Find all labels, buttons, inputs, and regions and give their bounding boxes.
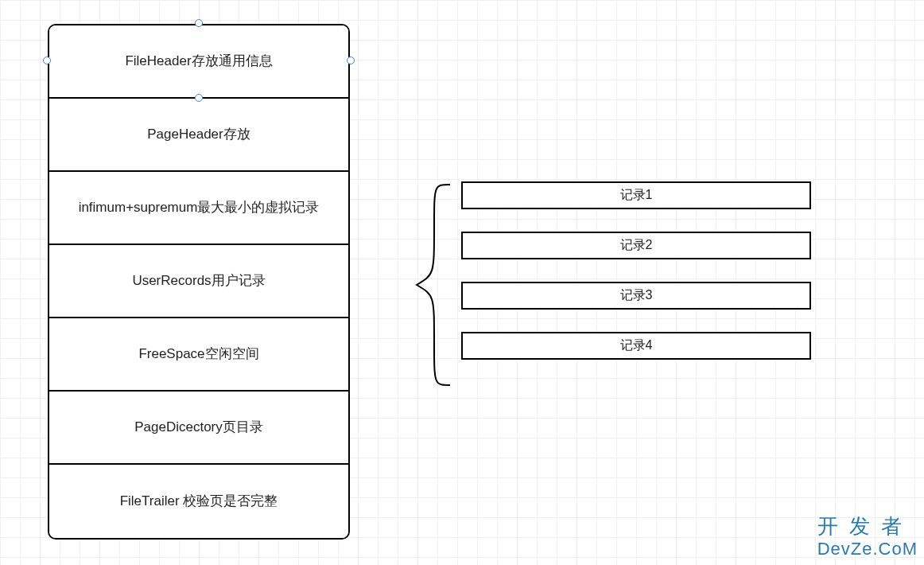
watermark: 开发者 DevZe.CoM	[817, 515, 918, 559]
stack-row-pagedirectory[interactable]: PageDicectory页目录	[49, 392, 348, 465]
stack-row-infimum-supremum[interactable]: infimum+supremum最大最小的虚拟记录	[49, 172, 348, 245]
stack-label: FileTrailer 校验页是否完整	[120, 491, 278, 512]
stack-label: UserRecords用户记录	[132, 271, 265, 291]
selection-handle-bottom[interactable]	[195, 94, 203, 102]
stack-label: infimum+supremum最大最小的虚拟记录	[79, 197, 320, 218]
record-label: 记录3	[620, 287, 653, 304]
selection-handle-right[interactable]	[347, 56, 355, 64]
stack-row-freespace[interactable]: FreeSpace空闲空间	[49, 318, 348, 392]
stack-label: FileHeader存放通用信息	[125, 51, 272, 72]
selection-handle-top[interactable]	[195, 19, 203, 27]
selection-handle-left[interactable]	[43, 56, 51, 64]
record-row-3[interactable]: 记录3	[461, 282, 811, 310]
stack-row-pageheader[interactable]: PageHeader存放	[49, 99, 348, 172]
stack-row-filetrailer[interactable]: FileTrailer 校验页是否完整	[49, 465, 348, 538]
record-label: 记录1	[620, 187, 653, 204]
diagram-canvas: FileHeader存放通用信息 PageHeader存放 infimum+su…	[0, 0, 924, 565]
watermark-line1: 开发者	[817, 515, 918, 539]
record-row-4[interactable]: 记录4	[461, 332, 811, 360]
record-row-2[interactable]: 记录2	[461, 232, 811, 259]
records-list: 记录1 记录2 记录3 记录4	[461, 181, 811, 360]
record-label: 记录2	[620, 237, 653, 254]
stack-label: FreeSpace空闲空间	[138, 344, 258, 364]
stack-row-userrecords[interactable]: UserRecords用户记录	[49, 245, 348, 318]
record-label: 记录4	[620, 337, 653, 354]
stack-label: PageDicectory页目录	[134, 417, 263, 438]
brace-icon	[410, 183, 458, 390]
watermark-line2: DevZe.CoM	[817, 539, 918, 559]
record-row-1[interactable]: 记录1	[461, 181, 811, 209]
stack-row-fileheader[interactable]: FileHeader存放通用信息	[49, 25, 348, 99]
stack-label: PageHeader存放	[147, 124, 250, 145]
